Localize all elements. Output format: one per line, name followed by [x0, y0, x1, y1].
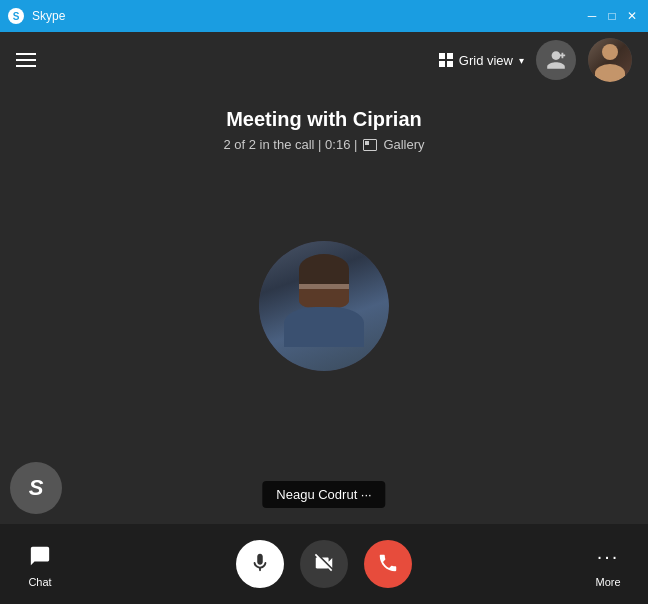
chat-button[interactable]: Chat	[24, 540, 56, 588]
grid-view-label: Grid view	[459, 53, 513, 68]
main-content: Meeting with Ciprian 2 of 2 in the call …	[0, 88, 648, 524]
video-toggle-button[interactable]	[300, 540, 348, 588]
top-bar: Grid view ▾	[0, 32, 648, 88]
more-label: More	[595, 576, 620, 588]
meeting-meta: 2 of 2 in the call | 0:16 | Gallery	[223, 137, 424, 152]
close-button[interactable]: ✕	[624, 8, 640, 24]
maximize-button[interactable]: □	[604, 8, 620, 24]
grid-view-button[interactable]: Grid view ▾	[439, 53, 524, 68]
title-bar-left: S Skype	[8, 8, 65, 24]
participant-avatar	[259, 241, 389, 371]
mic-icon	[249, 552, 271, 577]
end-call-button[interactable]	[364, 540, 412, 588]
participant-name-label: Neagu Codrut ···	[262, 481, 385, 508]
mic-button[interactable]	[236, 540, 284, 588]
chevron-down-icon: ▾	[519, 55, 524, 66]
participant-count: 2 of 2 in the call | 0:16 |	[223, 137, 357, 152]
more-icon: ···	[592, 540, 624, 572]
video-off-icon	[313, 552, 335, 577]
chat-label: Chat	[28, 576, 51, 588]
add-person-button[interactable]	[536, 40, 576, 80]
app-title: Skype	[32, 9, 65, 23]
bottom-toolbar: Chat	[0, 524, 648, 604]
gallery-icon	[363, 139, 377, 151]
more-button[interactable]: ··· More	[592, 540, 624, 588]
skype-logo-icon: S	[8, 8, 24, 24]
menu-button[interactable]	[16, 53, 36, 67]
top-bar-right: Grid view ▾	[439, 38, 632, 82]
self-avatar: S	[0, 452, 72, 524]
gallery-label: Gallery	[383, 137, 424, 152]
skype-s-icon: S	[10, 462, 62, 514]
add-person-icon	[545, 49, 567, 71]
toolbar-center	[236, 540, 412, 588]
participant-video	[259, 241, 389, 371]
meeting-info: Meeting with Ciprian 2 of 2 in the call …	[223, 88, 424, 152]
title-bar: S Skype ─ □ ✕	[0, 0, 648, 32]
grid-view-icon	[439, 53, 453, 67]
meeting-title: Meeting with Ciprian	[223, 108, 424, 131]
user-avatar[interactable]	[588, 38, 632, 82]
window-controls: ─ □ ✕	[584, 8, 640, 24]
user-avatar-image	[588, 38, 632, 82]
video-circle-container	[259, 241, 389, 371]
chat-icon	[24, 540, 56, 572]
minimize-button[interactable]: ─	[584, 8, 600, 24]
end-call-icon	[377, 552, 399, 577]
